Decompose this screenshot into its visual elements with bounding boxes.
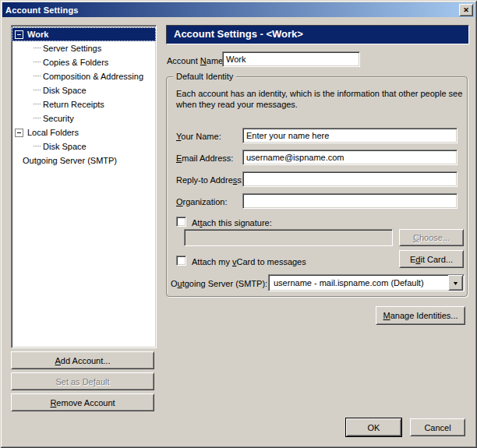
label-part: mail Address: [182,153,233,163]
attach-vcard-label: Attach my vCard to messages [192,256,306,267]
label-part: Reply-to Addre [176,175,233,185]
tree-item[interactable]: Local Folders [12,125,156,139]
tree-item-label: Local Folders [27,128,79,137]
label-part: Attach my [192,257,232,266]
label-part: hoose... [419,233,450,242]
label-part: dd Account... [61,356,111,365]
set-as-default-button[interactable]: Set as Default [11,372,154,390]
tree-connector [34,146,41,147]
identity-description-line2: when they read your messages. [176,99,298,110]
label-part: A [55,356,61,365]
titlebar[interactable]: Account Settings [2,2,475,17]
reply-to-input[interactable] [242,171,458,187]
tree-item-label: Outgoing Server (SMTP) [23,156,117,165]
tree-connector [34,90,41,91]
tree-connector [34,104,41,105]
tree-item[interactable]: Security [12,111,156,125]
page-title-text: Account Settings - <Work> [174,28,303,40]
tree-item[interactable]: Outgoing Server (SMTP) [12,153,156,168]
account-settings-dialog: Account Settings ✕ WorkServer SettingsCo… [0,0,477,448]
label-part: it Card... [420,255,453,264]
default-identity-group: Default Identity Each account has an ide… [166,76,468,297]
signature-file-input [184,229,393,246]
ok-button[interactable]: OK [346,418,401,436]
smtp-server-label: Outgoing Server (SMTP): [171,278,267,289]
label-part: N [200,56,207,65]
label-part: OK [368,423,380,432]
account-name-label: Account Name: [167,55,225,66]
caret-down-icon: ▼ [452,280,459,286]
email-address-label: Email Address: [176,153,233,164]
tree-connector [34,76,41,77]
your-name-label: Your Name: [176,131,221,142]
cancel-button[interactable]: Cancel [410,418,465,436]
add-account-button[interactable]: Add Account... [11,351,154,369]
label-part: ach this signature: [202,218,271,228]
tree-item-label: Work [27,30,48,39]
tree-item[interactable]: Disk Space [12,139,156,153]
label-part: At [192,218,200,228]
tree-item-label: Copies & Folders [43,58,108,67]
attach-signature-label: Attach this signature: [192,217,272,228]
label-part: R [50,398,56,407]
tree-connector [34,48,41,49]
tree-item-label: Security [43,114,74,123]
choose-signature-button[interactable]: Choose... [399,229,464,246]
label-part: Set as De [55,377,93,386]
tree-item[interactable]: Server Settings [12,41,156,55]
label-part: C [413,233,419,242]
group-legend: Default Identity [173,72,236,82]
label-part: our Name: [181,132,221,141]
attach-signature-checkbox[interactable] [176,217,186,227]
tree-connector [34,118,41,119]
close-button[interactable]: ✕ [459,4,473,16]
organization-label: Organization: [176,196,227,207]
label-part: emove Account [56,398,115,407]
account-tree[interactable]: WorkServer SettingsCopies & FoldersCompo… [11,25,157,348]
manage-identities-button[interactable]: Manage Identities... [376,306,465,325]
remove-account-button[interactable]: Remove Account [11,393,154,411]
smtp-server-value: username - mail.ispname.com (Default) [269,278,448,287]
tree-item-label: Return Receipts [43,100,104,109]
organization-input[interactable] [242,193,458,209]
label-part: M [383,311,390,320]
label-part: O [171,279,178,288]
tree-connector [34,62,41,63]
label-part: rganization: [183,197,228,206]
tree-item[interactable]: Disk Space [12,83,156,97]
label-part: Card to messages [236,257,306,266]
label-part: tgoing Server (SMTP): [182,279,267,288]
label-part: Account [167,56,200,65]
tree-item[interactable]: Work [12,27,156,41]
collapse-icon[interactable] [15,30,23,39]
collapse-icon[interactable] [15,129,23,137]
tree-item[interactable]: Return Receipts [12,97,156,111]
page-title: Account Settings - <Work> [166,25,469,44]
tree-item[interactable]: Copies & Folders [12,55,156,69]
email-address-input[interactable] [242,150,458,165]
close-icon: ✕ [463,7,469,14]
label-part: O [176,197,183,206]
label-part: E [410,255,415,264]
reply-to-label: Reply-to Address: [176,175,244,185]
tree-item[interactable]: Composition & Addressing [12,69,156,83]
label-part: ault [96,377,110,386]
account-name-input[interactable] [222,51,360,67]
your-name-input[interactable] [242,128,458,143]
tree-item-label: Disk Space [43,86,87,95]
window-title: Account Settings [2,5,79,15]
tree-item-label: Server Settings [43,44,101,53]
dropdown-arrow-button[interactable]: ▼ [448,275,463,291]
tree-item-label: Disk Space [43,142,87,151]
attach-vcard-checkbox[interactable] [176,256,186,266]
label-part: anage Identities... [390,311,458,320]
label-part: Cancel [424,423,450,432]
smtp-server-select[interactable]: username - mail.ispname.com (Default) ▼ [268,274,465,291]
tree-item-label: Composition & Addressing [43,72,143,81]
edit-card-button[interactable]: Edit Card... [399,250,464,268]
identity-description-line1: Each account has an identity, which is t… [176,88,462,99]
